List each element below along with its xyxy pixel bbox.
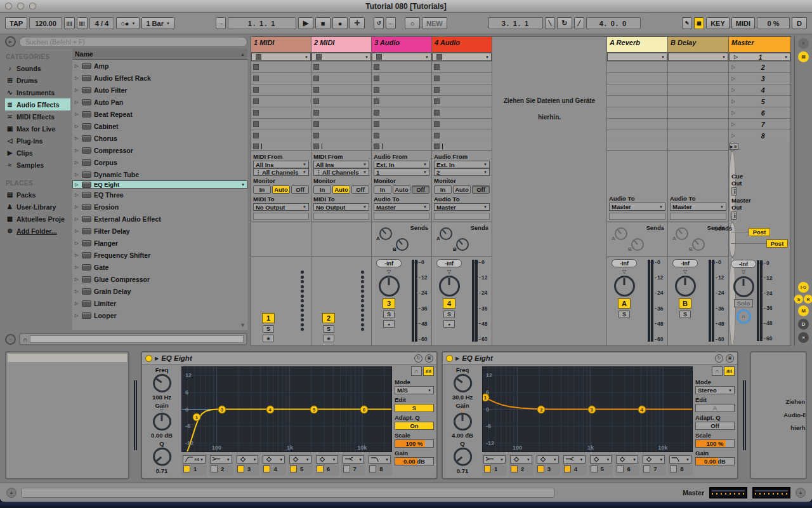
close-window-button[interactable]: [5, 3, 12, 10]
browser-item-amp[interactable]: ▷Amp: [72, 60, 247, 72]
band-type-select[interactable]: [210, 455, 232, 464]
clip-stop-button[interactable]: [374, 133, 379, 138]
expand-triangle-icon[interactable]: ▷: [75, 136, 79, 141]
clip-slot[interactable]: [311, 53, 371, 61]
pan-knob[interactable]: ▽: [387, 269, 391, 274]
scene-slot[interactable]: ▷8: [729, 130, 790, 141]
tempo-field[interactable]: 120.00: [29, 17, 62, 29]
sort-direction-icon[interactable]: ▲: [240, 52, 245, 57]
q-value[interactable]: 0.71: [457, 467, 469, 474]
send-a-pre-post-toggle[interactable]: Post: [749, 228, 770, 236]
clip-slot[interactable]: [311, 96, 371, 107]
clip-stop-button[interactable]: [434, 121, 440, 127]
input-type-select[interactable]: All Ins: [313, 161, 369, 168]
output-channel-field[interactable]: [313, 213, 369, 220]
scene-slot[interactable]: ▷7: [729, 119, 790, 130]
band-toggle[interactable]: [591, 465, 598, 472]
freq-knob[interactable]: [149, 370, 174, 396]
hot-swap-icon[interactable]: ↻: [715, 354, 723, 363]
band-toggle[interactable]: [290, 465, 297, 472]
clip-slot[interactable]: [432, 107, 492, 118]
track-header[interactable]: 1 MIDI: [251, 37, 311, 53]
clip-stop-button[interactable]: [253, 110, 259, 116]
eq-display[interactable]: 1260-6-121001k10k13456: [181, 366, 392, 452]
volume-display[interactable]: -Inf: [376, 259, 402, 267]
clip-stop-button[interactable]: [374, 144, 379, 149]
browser-item-cabinet[interactable]: ▷Cabinet: [72, 120, 247, 132]
browser-item-flanger[interactable]: ▷Flanger: [72, 237, 247, 249]
play-button[interactable]: ▶: [298, 17, 313, 29]
strip-toggle-m[interactable]: M: [798, 305, 809, 316]
expand-triangle-icon[interactable]: ▷: [75, 148, 79, 153]
browser-item-auto-pan[interactable]: ▷Auto Pan: [72, 96, 247, 108]
solo-button[interactable]: S: [443, 311, 455, 318]
band-type-select[interactable]: [537, 455, 559, 464]
band-type-select[interactable]: [643, 455, 665, 464]
output-channel-field[interactable]: [609, 213, 665, 220]
pan-knob[interactable]: ▽: [683, 269, 687, 274]
expand-triangle-icon[interactable]: ▷: [75, 192, 79, 197]
clip-stop-button[interactable]: [253, 98, 259, 104]
browser-item-limiter[interactable]: ▷Limiter: [72, 297, 247, 309]
sidebar-item-max-for-live[interactable]: ▣Max for Live: [5, 123, 70, 135]
output-select[interactable]: No Output: [313, 203, 369, 211]
freq-value[interactable]: 30.0 Hz: [452, 394, 473, 401]
clip-slot[interactable]: [372, 96, 431, 107]
midi-map-button[interactable]: MIDI: [731, 17, 755, 29]
clip-stop-button[interactable]: [434, 87, 440, 93]
solo-button[interactable]: S: [383, 311, 395, 318]
session-record-button[interactable]: ○: [405, 17, 420, 29]
master-out-select[interactable]: ii 1/2: [731, 211, 737, 220]
track-activator[interactable]: A: [618, 298, 631, 309]
monitor-auto-button[interactable]: Auto: [332, 185, 350, 194]
arm-record-button[interactable]: ◉: [323, 335, 334, 342]
nudge-up-button[interactable]: ||||: [77, 17, 88, 29]
clip-slot[interactable]: [311, 107, 371, 118]
mode-select[interactable]: M/S: [395, 386, 434, 394]
show-io-toggle[interactable]: I·O: [798, 282, 809, 293]
send-knob-a[interactable]: A: [440, 227, 452, 240]
browser-fold-icon[interactable]: ▶: [5, 36, 16, 47]
clip-slot[interactable]: [607, 96, 667, 107]
send-knob-b[interactable]: B: [631, 238, 644, 251]
send-knob-b[interactable]: B: [456, 238, 469, 251]
eq-band-handle[interactable]: 2: [537, 405, 546, 413]
band-toggle[interactable]: [211, 465, 218, 472]
band-type-select[interactable]: [616, 455, 638, 464]
clip-stop-button[interactable]: [256, 54, 261, 60]
gain-value[interactable]: 4.00 dB: [452, 432, 473, 439]
clip-slot[interactable]: [311, 62, 371, 72]
sidebar-item-plug-ins[interactable]: ◁Plug-Ins: [5, 135, 70, 147]
browser-item-glue-compressor[interactable]: ▷Glue Compressor: [72, 273, 247, 285]
output-gain-field[interactable]: 0.00 dB: [695, 457, 735, 465]
track-activator[interactable]: 4: [443, 298, 455, 309]
input-type-select[interactable]: Ext. In: [374, 161, 429, 168]
browser-item-beat-repeat[interactable]: ▷Beat Repeat: [72, 108, 247, 120]
track-activator[interactable]: 1: [262, 313, 275, 323]
expand-triangle-icon[interactable]: ▷: [75, 217, 79, 222]
clip-stop-button[interactable]: [316, 54, 322, 60]
track-header[interactable]: A Reverb: [607, 37, 667, 53]
search-input[interactable]: [19, 37, 247, 47]
arm-record-button[interactable]: ●: [383, 320, 395, 328]
browser-item-eq-eight[interactable]: ▷EQ Eight: [72, 180, 247, 189]
output-channel-field[interactable]: [374, 213, 429, 220]
input-channel-select[interactable]: 2: [434, 168, 490, 176]
freq-knob[interactable]: [450, 370, 475, 396]
clip-slot[interactable]: [251, 130, 311, 141]
q-knob[interactable]: [149, 444, 175, 470]
band-type-select[interactable]: [483, 455, 506, 464]
device-view-toggle[interactable]: ▲: [796, 488, 806, 498]
punch-out-button[interactable]: ╱: [574, 17, 584, 29]
strip-toggle-d[interactable]: D: [798, 319, 809, 330]
q-knob[interactable]: [450, 444, 476, 470]
browser-item-looper[interactable]: ▷Looper: [72, 309, 247, 321]
clip-stop-button[interactable]: [434, 98, 440, 104]
quantization-menu[interactable]: 1 Bar▼: [141, 17, 174, 29]
clip-stop-button[interactable]: [374, 110, 379, 116]
computer-midi-keyboard-button[interactable]: ▦: [694, 17, 704, 29]
track-header[interactable]: B Delay: [668, 37, 728, 53]
clip-slot[interactable]: [607, 53, 667, 61]
input-type-select[interactable]: All Ins: [253, 161, 309, 168]
send-knob-b[interactable]: B: [692, 238, 705, 251]
